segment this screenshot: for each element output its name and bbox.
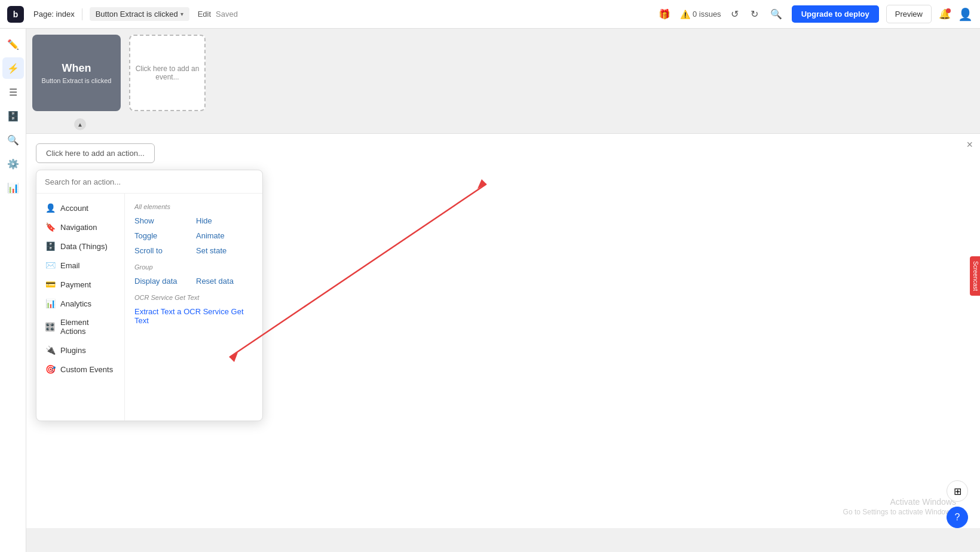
search-box[interactable] — [36, 170, 262, 194]
email-label: Email — [60, 261, 80, 270]
windows-activation: Activate Windows Go to Settings to activ… — [843, 497, 956, 516]
extract-text-action[interactable]: Extract Text a OCR Service Get Text — [134, 306, 253, 326]
page-label: Page: index — [33, 10, 75, 19]
sidebar-item-account[interactable]: 👤 Account — [36, 198, 124, 217]
add-action-button[interactable]: Click here to add an action... — [36, 143, 155, 163]
canvas-area: When Button Extract is clicked Click her… — [26, 29, 980, 552]
divider — [82, 8, 82, 20]
close-button[interactable]: × — [966, 139, 973, 151]
when-title: When — [62, 62, 91, 75]
animate-action[interactable]: Animate — [196, 230, 253, 241]
issues-count: 0 issues — [693, 10, 721, 19]
payment-icon: 💳 — [45, 280, 56, 289]
redo-icon[interactable]: ↻ — [748, 6, 761, 22]
hide-action[interactable]: Hide — [196, 215, 253, 226]
navigation-icon: 🔖 — [45, 222, 56, 232]
screencast-tab[interactable]: Screencast — [970, 256, 980, 296]
bottom-right-icons: ⊞ ? — [947, 480, 968, 528]
sidebar-item-custom-events[interactable]: 🎯 Custom Events — [36, 360, 124, 379]
left-sidebar: ✏️ ⚡ ☰ 🗄️ 🔍 ⚙️ 📊 — [0, 29, 26, 552]
account-icon: 👤 — [45, 203, 56, 213]
canvas-content: When Button Extract is clicked Click her… — [26, 29, 980, 528]
chevron-down-icon: ▾ — [180, 11, 183, 17]
warning-icon: ⚠️ — [680, 10, 690, 19]
edit-label[interactable]: Edit — [198, 10, 211, 19]
element-actions-label: Element Actions — [60, 318, 116, 336]
show-action[interactable]: Show — [134, 215, 191, 226]
notification-dot — [946, 8, 951, 13]
action-panel: × Click here to add an action... 👤 Accou… — [26, 133, 980, 528]
action-dropdown: 👤 Account 🔖 Navigation 🗄️ Data (Things) — [36, 170, 263, 421]
actions-panel: All elements Show Hide Toggle Animate Sc… — [125, 194, 262, 421]
sidebar-item-payment[interactable]: 💳 Payment — [36, 275, 124, 294]
reset-data-action[interactable]: Reset data — [196, 275, 253, 287]
search-input[interactable] — [45, 177, 254, 186]
event-block-label: Click here to add an event... — [130, 65, 204, 81]
workflow-name: Button Extract is clicked — [96, 10, 178, 19]
undo-icon[interactable]: ↺ — [728, 6, 741, 22]
collapse-arrow[interactable]: ▲ — [74, 118, 86, 130]
sidebar-item-element-actions[interactable]: 🎛️ Element Actions — [36, 313, 124, 341]
dropdown-body: 👤 Account 🔖 Navigation 🗄️ Data (Things) — [36, 194, 262, 421]
scroll-to-action[interactable]: Scroll to — [134, 245, 191, 256]
analytics-icon: 📊 — [45, 299, 56, 308]
gift-icon[interactable]: 🎁 — [656, 6, 673, 22]
topbar-right: 🎁 ⚠️ 0 issues ↺ ↻ 🔍 Upgrade to deploy Pr… — [656, 5, 973, 23]
plugins-label: Plugins — [60, 346, 86, 355]
when-block: When Button Extract is clicked — [32, 35, 121, 111]
sidebar-item-analytics[interactable]: 📊 Analytics — [36, 294, 124, 313]
all-elements-title: All elements — [134, 203, 253, 210]
upgrade-button[interactable]: Upgrade to deploy — [792, 5, 879, 23]
ocr-section-title: OCR Service Get Text — [134, 294, 253, 301]
analytics-label: Analytics — [60, 299, 91, 308]
data-label: Data (Things) — [60, 242, 108, 251]
sidebar-item-email[interactable]: ✉️ Email — [36, 256, 124, 275]
data-icon: 🗄️ — [45, 241, 56, 251]
sidebar-item-layers[interactable]: ☰ — [2, 81, 24, 103]
sidebar-item-navigation[interactable]: 🔖 Navigation — [36, 217, 124, 237]
display-data-action[interactable]: Display data — [134, 275, 191, 287]
grid-icon[interactable]: ⊞ — [947, 480, 968, 502]
element-actions-icon: 🎛️ — [45, 322, 56, 332]
app-logo: b — [7, 6, 24, 23]
sidebar-item-plugins[interactable]: 🔌 Plugins — [36, 341, 124, 360]
custom-events-label: Custom Events — [60, 365, 113, 374]
toggle-action[interactable]: Toggle — [134, 230, 191, 241]
custom-events-icon: 🎯 — [45, 364, 56, 374]
set-state-action[interactable]: Set state — [196, 245, 253, 256]
payment-label: Payment — [60, 280, 91, 289]
notifications-icon[interactable]: 🔔 — [939, 8, 951, 20]
plugins-icon: 🔌 — [45, 345, 56, 355]
preview-button[interactable]: Preview — [886, 5, 932, 23]
search-icon[interactable]: 🔍 — [768, 6, 785, 22]
sidebar-item-data[interactable]: 🗄️ Data (Things) — [36, 237, 124, 256]
event-block[interactable]: Click here to add an event... — [129, 35, 206, 111]
nav-list: 👤 Account 🔖 Navigation 🗄️ Data (Things) — [36, 194, 125, 421]
issues-badge[interactable]: ⚠️ 0 issues — [680, 10, 721, 19]
sidebar-item-search[interactable]: 🔍 — [2, 129, 24, 151]
sidebar-item-analytics[interactable]: 📊 — [2, 177, 24, 198]
sidebar-item-settings[interactable]: ⚙️ — [2, 153, 24, 174]
win-activate-subtitle: Go to Settings to activate Windows. — [843, 508, 956, 516]
topbar: b Page: index Button Extract is clicked … — [0, 0, 980, 29]
group-title: Group — [134, 263, 253, 271]
navigation-label: Navigation — [60, 223, 97, 232]
saved-status: Saved — [216, 10, 238, 19]
account-label: Account — [60, 204, 88, 213]
group-actions-grid: Display data Reset data — [134, 275, 253, 287]
workflow-selector[interactable]: Button Extract is clicked ▾ — [90, 7, 189, 21]
sidebar-item-edit[interactable]: ✏️ — [2, 33, 24, 55]
email-icon: ✉️ — [45, 260, 56, 270]
win-activate-title: Activate Windows — [843, 497, 956, 507]
user-avatar[interactable]: 👤 — [958, 7, 973, 22]
actions-grid: Show Hide Toggle Animate Scroll to Set s… — [134, 215, 253, 256]
sidebar-item-workflow[interactable]: ⚡ — [2, 57, 24, 79]
when-subtitle: Button Extract is clicked — [42, 77, 112, 84]
sidebar-item-database[interactable]: 🗄️ — [2, 105, 24, 127]
help-icon[interactable]: ? — [947, 507, 968, 528]
